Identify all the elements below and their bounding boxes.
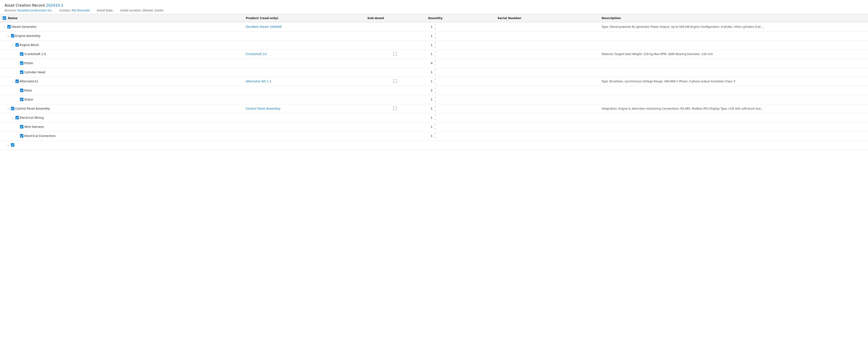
row-checkbox[interactable] [20,52,23,56]
quantity-down-arrow[interactable]: ⌄ [433,90,437,94]
row-checkbox[interactable] [16,80,19,83]
quantity-up-arrow[interactable]: ⌃ [433,96,437,99]
quantity-cell: 1⌃⌄ [425,95,495,104]
quantity-up-arrow[interactable]: ⌃ [433,69,437,72]
name-cell-content: ⌄Electrical Wiring [3,114,240,121]
product-link[interactable]: Alternator NX 1.1 [246,80,271,83]
row-name-text: Wire Harness [24,125,44,128]
row-checkbox[interactable] [20,61,23,65]
col-header-subasset: Sub-Asset [365,14,426,22]
sub-asset-checkbox[interactable] [393,79,397,83]
name-cell-content: ⌄Control Panel Assembly [3,105,240,112]
quantity-down-arrow[interactable]: ⌄ [433,72,437,76]
quantity-value: 1 [428,43,433,47]
quantity-cell: 4⌃⌄ [425,59,495,68]
quantity-down-arrow[interactable]: ⌄ [433,127,437,130]
serial-number-cell [495,104,599,113]
row-checkbox[interactable] [11,34,14,37]
quantity-down-arrow[interactable]: ⌄ [433,36,437,39]
product-link[interactable]: GenWatt Diesel 1000kW [246,25,282,28]
account-link[interactable]: Pyramid Construction Inc. [17,9,53,12]
chevron-placeholder [16,70,19,74]
sub-asset-checkbox[interactable] [393,52,397,55]
serial-number-cell [495,95,599,104]
sub-asset-cell [365,113,426,122]
quantity-up-arrow[interactable]: ⌃ [433,51,437,54]
serial-number-cell [495,68,599,77]
install-date-meta: Install Date: [97,9,114,12]
row-checkbox[interactable] [20,89,23,92]
chevron-placeholder [16,52,19,56]
description-cell [599,132,868,141]
quantity-down-arrow[interactable]: ⌄ [433,63,437,66]
product-link[interactable]: Crankshaft 1X [246,52,267,56]
table-row: ⌄Diesel GeneratorGenWatt Diesel 1000kW1⌃… [0,22,868,31]
serial-number-cell [495,50,599,59]
product-link[interactable]: Control Panel Assembly [246,107,280,110]
quantity-value: 1 [428,34,433,37]
quantity-up-arrow[interactable]: ⌃ [433,33,437,36]
quantity-cell: 1⌃⌄ [425,132,495,141]
header-checkbox[interactable] [3,17,6,20]
quantity-value: 1 [428,116,433,119]
sub-asset-cell [365,40,426,50]
quantity-up-arrow[interactable]: ⌃ [433,78,437,81]
quantity-up-arrow[interactable]: ⌃ [433,133,437,136]
name-cell-content: ⌄Alternator11 [3,78,240,85]
row-checkbox[interactable] [20,98,23,101]
row-checkbox[interactable] [7,25,11,28]
sub-asset-cell [365,86,426,95]
record-link[interactable]: 202410-1 [46,3,63,7]
quantity-cell [425,141,495,150]
serial-number-cell [495,22,599,31]
quantity-up-arrow[interactable]: ⌃ [433,24,437,27]
quantity-down-arrow[interactable]: ⌄ [433,81,437,85]
description-cell: Type: Brushless, synchronous Voltage Ran… [599,77,868,86]
expand-chevron[interactable]: ⌄ [3,25,6,29]
quantity-up-arrow[interactable]: ⌃ [433,60,437,63]
quantity-down-arrow[interactable]: ⌄ [433,45,437,48]
expand-chevron[interactable]: ⌄ [6,34,10,38]
expand-chevron[interactable]: ⌄ [11,116,14,120]
sub-asset-cell [365,50,426,59]
quantity-down-arrow[interactable]: ⌄ [433,118,437,121]
quantity-up-arrow[interactable]: ⌃ [433,106,437,109]
quantity-cell: 1⌃⌄ [425,50,495,59]
expand-chevron[interactable]: ⌄ [6,107,10,111]
quantity-down-arrow[interactable]: ⌄ [433,54,437,57]
row-checkbox[interactable] [11,143,14,147]
row-checkbox[interactable] [20,125,23,128]
quantity-up-arrow[interactable]: ⌃ [433,42,437,45]
contact-link[interactable]: Pat Stumuller [72,9,90,12]
row-checkbox[interactable] [16,43,19,47]
expand-chevron[interactable]: ⌄ [11,80,14,83]
name-cell-content: ⌄Engine Block [3,41,240,49]
description-text: Integration: Engine & alternator monitor… [602,107,763,110]
quantity-down-arrow[interactable]: ⌄ [433,99,437,103]
row-checkbox[interactable] [20,134,23,138]
quantity-up-arrow[interactable]: ⌃ [433,115,437,118]
row-name-text: Engine Assembly [15,34,40,37]
product-cell [243,122,364,132]
row-checkbox[interactable] [16,116,19,119]
product-cell: GenWatt Diesel 1000kW [243,22,364,31]
description-cell [599,141,868,150]
name-cell-content: ⌄ [3,141,240,149]
install-location-meta: Install Location: Ottiswil, Sveitsi [120,9,163,12]
quantity-up-arrow[interactable]: ⌃ [433,124,437,127]
sub-asset-checkbox[interactable] [393,107,397,110]
quantity-down-arrow[interactable]: ⌄ [433,27,437,30]
quantity-up-arrow[interactable]: ⌃ [433,87,437,90]
quantity-down-arrow[interactable]: ⌄ [433,109,437,112]
expand-chevron[interactable]: ⌄ [11,43,14,47]
quantity-value: 1 [428,70,433,74]
product-cell [243,113,364,122]
row-checkbox[interactable] [20,70,23,74]
contact-meta: Contact: Pat Stumuller [59,9,90,12]
sub-asset-cell [365,31,426,40]
quantity-down-arrow[interactable]: ⌄ [433,136,437,139]
sub-asset-cell [365,95,426,104]
expand-chevron[interactable]: ⌄ [6,143,10,147]
row-checkbox[interactable] [11,107,14,110]
quantity-cell: 1⌃⌄ [425,22,495,31]
